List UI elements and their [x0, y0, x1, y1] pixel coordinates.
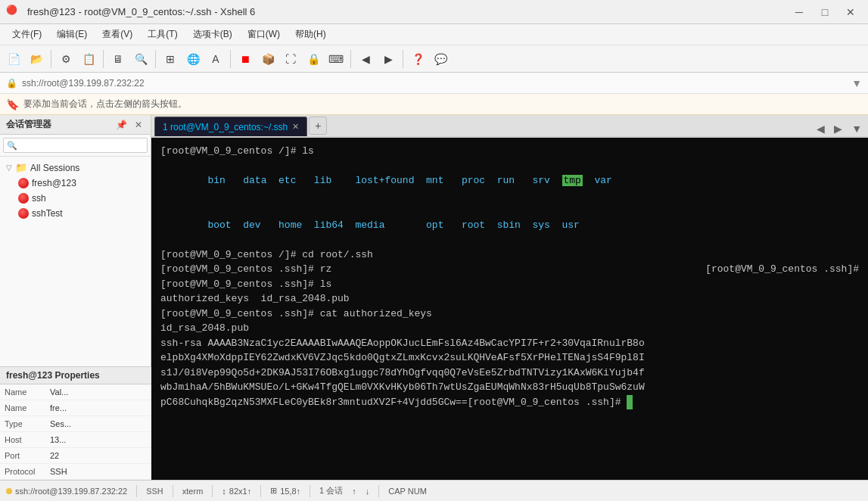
settings-btn[interactable]: ⚙	[55, 48, 76, 70]
monitor-btn[interactable]: 🖥	[107, 48, 129, 70]
bookmark-icon: 🔖	[6, 98, 19, 110]
new-btn[interactable]: 📄	[3, 48, 24, 70]
session-sshtest[interactable]: sshTest	[0, 206, 151, 221]
msg-btn[interactable]: 💬	[430, 48, 451, 70]
session-label-ssh: ssh	[32, 193, 46, 204]
status-address: ssh://root@139.199.87.232:22	[6, 487, 127, 496]
font-btn[interactable]: A	[205, 48, 226, 70]
term-line-11: elpbXg4XMoXdppIEY62ZwdxKV6VZJqc5kdo0Qgtx…	[160, 350, 859, 366]
stop-btn[interactable]: ⏹	[235, 48, 256, 70]
tab-label: 1 root@VM_0_9_centos:~/.ssh	[163, 122, 288, 132]
session-panel-header: 会话管理器 📌 ✕	[0, 115, 151, 135]
property-row: Port22	[0, 448, 151, 464]
session-label-fresh123: fresh@123	[32, 178, 76, 188]
maximize-button[interactable]: □	[814, 5, 836, 20]
menu-help[interactable]: 帮助(H)	[289, 26, 332, 43]
active-tab[interactable]: 1 root@VM_0_9_centos:~/.ssh ✕	[154, 117, 307, 136]
session-fresh123[interactable]: fresh@123	[0, 176, 151, 191]
tab-close-btn[interactable]: ✕	[292, 122, 299, 132]
next-btn[interactable]: ▶	[378, 48, 399, 70]
grid-btn[interactable]: ⊞	[160, 48, 181, 70]
tab-navigation: ◀ ▶ ▼	[814, 123, 865, 136]
status-down[interactable]: ↓	[366, 487, 370, 496]
resize-icon: ↕	[222, 487, 226, 496]
prop-key: Type	[0, 416, 45, 432]
term-line-10: ssh-rsa AAAAB3NzaC1yc2EAAAABIwAAAQEAoppO…	[160, 336, 859, 351]
session-search-area	[0, 135, 151, 157]
transfer-btn[interactable]: 📦	[257, 48, 278, 70]
menu-window[interactable]: 窗口(W)	[241, 26, 286, 43]
term-line-13: wbJmihaA/5hBWuKMSUEo/L+GKw4TfgQELm0VXKvH…	[160, 380, 859, 395]
term-line-14: pC68CuhqkBg2qzN53MXFLeC0yBEk8r3mntudXV2F…	[160, 395, 859, 410]
tab-prev-btn[interactable]: ◀	[814, 123, 828, 135]
terminal[interactable]: [root@VM_0_9_centos /]# ls bin data etc …	[151, 138, 868, 480]
status-sep3	[212, 485, 213, 497]
lock-btn[interactable]: 🔒	[303, 48, 324, 70]
prev-btn[interactable]: ◀	[355, 48, 376, 70]
pos-icon: ⊞	[270, 486, 277, 496]
sep5	[350, 50, 351, 68]
status-sep6	[378, 485, 379, 497]
menu-file[interactable]: 文件(F)	[6, 26, 48, 43]
menu-tools[interactable]: 工具(T)	[142, 26, 183, 43]
status-size: ↕ 82x1↑	[222, 487, 251, 496]
session-panel-title: 会话管理器	[6, 118, 51, 131]
term-line-4: [root@VM_0_9_centos /]# cd root/.ssh	[160, 247, 859, 263]
property-row: Host13...	[0, 432, 151, 448]
fullscreen-btn[interactable]: ⛶	[280, 48, 301, 70]
all-sessions-node[interactable]: ▽ 📁 All Sessions	[0, 160, 151, 176]
copy-btn[interactable]: 📋	[78, 48, 99, 70]
info-bar: 🔖 要添加当前会话，点击左侧的箭头按钮。	[0, 94, 868, 115]
open-btn[interactable]: 📂	[26, 48, 47, 70]
expand-icon: ▽	[6, 163, 12, 172]
properties-scroll[interactable]: NameVal...Namefre...TypeSes...Host13...P…	[0, 384, 151, 480]
status-sep5	[310, 485, 310, 497]
search-btn[interactable]: 🔍	[130, 48, 151, 70]
properties-panel: fresh@123 Properties NameVal...Namefre..…	[0, 366, 151, 480]
new-tab-btn[interactable]: +	[309, 117, 327, 135]
main-content: 会话管理器 📌 ✕ ▽ 📁 All Sessions fresh@123	[0, 115, 868, 480]
status-pos: ⊞ 15,8↑	[270, 486, 300, 496]
session-tree: ▽ 📁 All Sessions fresh@123 ssh sshTest	[0, 157, 151, 366]
toolbar: 📄 📂 ⚙ 📋 🖥 🔍 ⊞ 🌐 A ⏹ 📦 ⛶ 🔒 ⌨ ◀ ▶ ❓ 💬	[0, 45, 868, 73]
minimize-button[interactable]: ─	[788, 5, 810, 20]
all-sessions-label: All Sessions	[30, 163, 79, 173]
menu-edit[interactable]: 编辑(E)	[51, 26, 93, 43]
prop-value: Ses...	[45, 416, 151, 432]
status-sep2	[173, 485, 173, 497]
globe-btn[interactable]: 🌐	[182, 48, 204, 70]
term-line-7: authorized_keys id_rsa_2048.pub	[160, 291, 859, 307]
status-ssh: SSH	[146, 487, 163, 496]
window-title: fresh@123 - root@VM_0_9_centos:~/.ssh - …	[27, 6, 788, 17]
status-sep4	[260, 485, 261, 497]
status-up[interactable]: ↑	[352, 487, 356, 496]
keyboard-btn[interactable]: ⌨	[325, 48, 347, 70]
term-line-2: bin data etc lib lost+found mnt proc run…	[160, 159, 859, 204]
status-address-text: ssh://root@139.199.87.232:22	[15, 487, 127, 496]
address-input[interactable]	[22, 78, 847, 89]
status-caps-num: CAP NUM	[388, 487, 427, 496]
term-line-8: [root@VM_0_9_centos .ssh]# cat authorize…	[160, 307, 859, 322]
status-term: xterm	[182, 487, 204, 496]
prop-key: Host	[0, 432, 45, 448]
close-button[interactable]: ✕	[839, 5, 862, 20]
tab-next-btn[interactable]: ▶	[831, 123, 845, 135]
menu-view[interactable]: 查看(V)	[96, 26, 138, 43]
term-line-6: [root@VM_0_9_centos .ssh]# ls	[160, 277, 859, 292]
prop-key: Name	[0, 400, 45, 416]
session-label-sshtest: sshTest	[32, 208, 63, 219]
pin-icon[interactable]: 📌	[114, 119, 129, 131]
session-ssh[interactable]: ssh	[0, 191, 151, 206]
terminal-area: 1 root@VM_0_9_centos:~/.ssh ✕ + ◀ ▶ ▼ [r…	[151, 115, 868, 480]
help-btn[interactable]: ❓	[407, 48, 428, 70]
close-panel-icon[interactable]: ✕	[132, 119, 145, 131]
session-search-input[interactable]	[3, 138, 148, 153]
sep4	[230, 50, 231, 68]
menu-tabs[interactable]: 选项卡(B)	[187, 26, 238, 43]
status-sep1	[136, 485, 137, 497]
tab-menu-btn[interactable]: ▼	[848, 123, 865, 135]
property-row: NameVal...	[0, 384, 151, 400]
sep1	[51, 50, 51, 68]
address-dropdown[interactable]: ▼	[851, 77, 862, 89]
properties-table: NameVal...Namefre...TypeSes...Host13...P…	[0, 384, 151, 480]
